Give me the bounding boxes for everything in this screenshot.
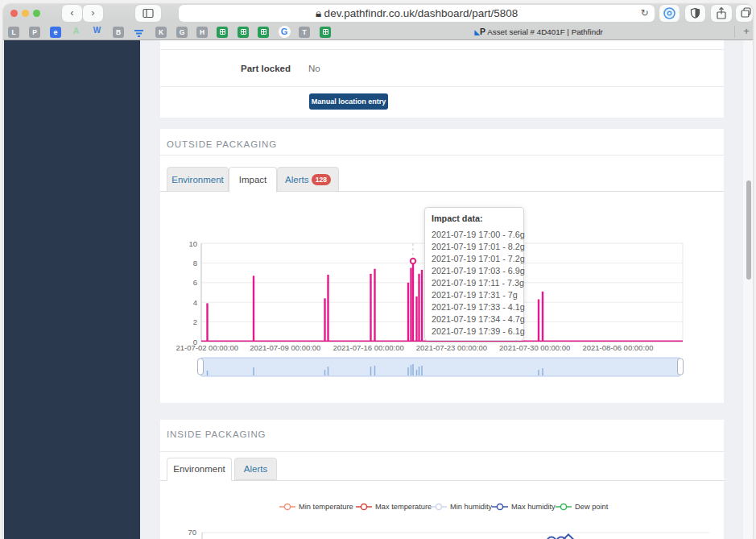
svg-text:Max humidity: Max humidity [511,503,556,511]
svg-text:6: 6 [193,278,197,287]
svg-text:2021-08-06 00:00:00: 2021-08-06 00:00:00 [582,343,653,352]
svg-text:2021-07-16 00:00:00: 2021-07-16 00:00:00 [333,343,403,352]
svg-text:2: 2 [193,317,197,326]
svg-text:Max temperature: Max temperature [375,503,432,511]
svg-text:2021-07-02 00:00:00: 2021-07-02 00:00:00 [167,343,238,352]
svg-text:Dew point: Dew point [575,503,609,511]
svg-text:8: 8 [193,259,197,267]
svg-text:Min temperature: Min temperature [299,503,353,511]
svg-text:70: 70 [188,528,196,537]
svg-text:10: 10 [188,239,197,248]
svg-text:2021-07-09 00:00:00: 2021-07-09 00:00:00 [250,343,320,352]
svg-text:2021-07-23 00:00:00: 2021-07-23 00:00:00 [416,343,487,352]
svg-text:4: 4 [193,298,197,307]
svg-text:2021-07-30 00:00:00: 2021-07-30 00:00:00 [499,343,570,352]
svg-text:Min humidity: Min humidity [450,503,493,511]
